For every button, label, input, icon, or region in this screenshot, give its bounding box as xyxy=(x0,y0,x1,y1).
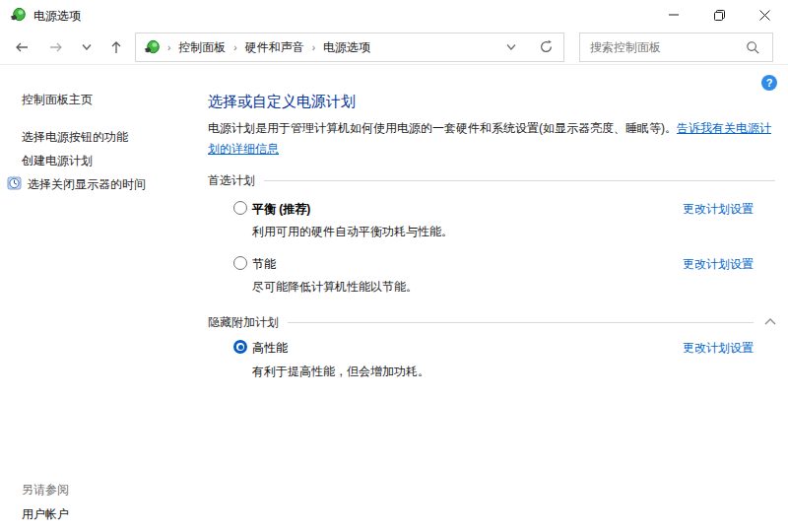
radio-high-performance[interactable] xyxy=(233,340,247,354)
sidebar-item-choose-power-buttons[interactable]: 选择电源按钮的功能 xyxy=(22,129,128,146)
restore-icon xyxy=(714,10,725,21)
recent-pages-chevron-icon[interactable] xyxy=(81,42,97,58)
page-title: 选择或自定义电源计划 xyxy=(208,93,356,111)
power-plug-icon xyxy=(144,39,160,55)
search-box[interactable]: 搜索控制面板 xyxy=(579,33,773,62)
breadcrumb-power-options[interactable]: 电源选项 xyxy=(323,39,370,56)
plan-name-balanced[interactable]: 平衡 (推荐) xyxy=(252,201,310,218)
search-icon[interactable] xyxy=(746,40,760,55)
plan-desc-high-performance: 有利于提高性能，但会增加功耗。 xyxy=(252,364,429,380)
plan-name-high-performance[interactable]: 高性能 xyxy=(252,340,288,357)
change-plan-settings-link-high-performance[interactable]: 更改计划设置 xyxy=(683,340,754,357)
intro-description: 电源计划是用于管理计算机如何使用电源的一套硬件和系统设置(如显示器亮度、睡眠等)… xyxy=(208,121,677,135)
clock-icon xyxy=(7,175,23,191)
breadcrumb-separator-icon: › xyxy=(167,42,170,53)
change-plan-settings-link-balanced[interactable]: 更改计划设置 xyxy=(683,201,754,218)
chevron-up-icon[interactable] xyxy=(763,316,777,328)
up-icon[interactable] xyxy=(108,39,124,55)
plan-desc-balanced: 利用可用的硬件自动平衡功耗与性能。 xyxy=(252,224,453,240)
radio-power-saver[interactable] xyxy=(233,256,247,270)
back-icon[interactable] xyxy=(14,39,30,55)
search-input[interactable]: 搜索控制面板 xyxy=(590,39,746,56)
group-hidden-plans: 隐藏附加计划 xyxy=(208,314,754,330)
sidebar-item-create-power-plan[interactable]: 创建电源计划 xyxy=(22,153,93,169)
help-icon[interactable]: ? xyxy=(761,75,777,91)
sidebar-item-control-panel-home[interactable]: 控制面板主页 xyxy=(22,92,93,108)
breadcrumb-separator-icon: › xyxy=(312,42,315,53)
address-dropdown-chevron-icon[interactable] xyxy=(505,42,517,52)
minimize-icon xyxy=(669,10,679,20)
plan-desc-power-saver: 尽可能降低计算机性能以节能。 xyxy=(252,279,418,296)
sidebar-item-choose-display-off-time[interactable]: 选择关闭显示器的时间 xyxy=(28,176,146,193)
refresh-icon[interactable] xyxy=(539,39,554,54)
breadcrumb-separator-icon: › xyxy=(233,42,236,53)
group-label: 首选计划 xyxy=(208,172,255,189)
sidebar-item-user-accounts[interactable]: 用户帐户 xyxy=(22,506,69,523)
group-divider xyxy=(288,322,754,323)
window-title: 电源选项 xyxy=(33,8,81,25)
see-also-header: 另请参阅 xyxy=(22,482,69,499)
group-label: 隐藏附加计划 xyxy=(208,314,279,331)
power-options-window: 电源选项 xyxy=(0,0,788,532)
navigation-bar: › 控制面板 › 硬件和声音 › 电源选项 搜索控制面板 xyxy=(0,30,788,65)
forward-icon[interactable] xyxy=(48,39,64,55)
radio-balanced[interactable] xyxy=(233,201,247,215)
close-icon xyxy=(759,10,770,21)
close-button[interactable] xyxy=(742,0,788,30)
intro-text: 电源计划是用于管理计算机如何使用电源的一套硬件和系统设置(如显示器亮度、睡眠等)… xyxy=(208,118,777,160)
power-plug-icon xyxy=(10,7,26,23)
breadcrumb-control-panel[interactable]: 控制面板 xyxy=(178,39,226,56)
group-preferred-plans: 首选计划 xyxy=(208,172,775,188)
address-bar[interactable]: › 控制面板 › 硬件和声音 › 电源选项 xyxy=(135,33,564,62)
breadcrumb-hardware-and-sound[interactable]: 硬件和声音 xyxy=(245,39,304,56)
restore-button[interactable] xyxy=(696,0,742,30)
change-plan-settings-link-power-saver[interactable]: 更改计划设置 xyxy=(683,256,754,273)
group-divider xyxy=(264,180,775,181)
plan-name-power-saver[interactable]: 节能 xyxy=(252,256,276,273)
titlebar: 电源选项 xyxy=(0,0,788,30)
minimize-button[interactable] xyxy=(651,0,696,30)
